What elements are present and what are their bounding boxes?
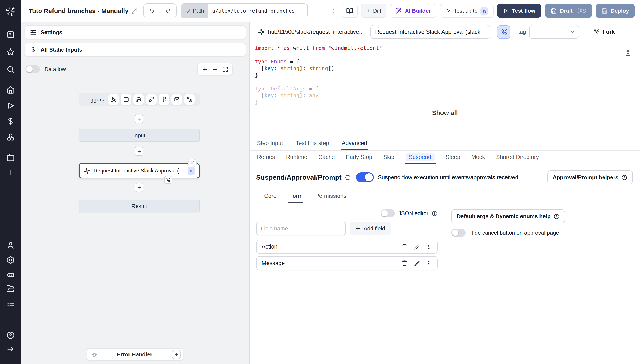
more-menu-button[interactable] [328, 8, 338, 14]
users-icon[interactable] [6, 241, 15, 250]
error-handler-node[interactable]: Error Handler [87, 348, 183, 360]
favorites-icon[interactable] [6, 48, 15, 56]
subtab-runtime[interactable]: Runtime [285, 150, 308, 164]
suspend-toggle[interactable] [356, 172, 374, 182]
suspend-heading: Suspend/Approval/Prompt [256, 174, 342, 181]
code-editor[interactable]: import * as wmill from "windmill-client"… [250, 42, 640, 106]
info-icon[interactable] [432, 210, 438, 216]
add-error-handler-button[interactable] [172, 350, 181, 359]
insert-step-button[interactable] [135, 147, 143, 156]
subtab-cache[interactable]: Cache [317, 150, 336, 164]
delete-field-icon[interactable] [401, 260, 408, 266]
undo-button[interactable] [144, 4, 160, 18]
edit-title-icon[interactable] [131, 8, 137, 14]
drag-handle-icon[interactable] [426, 244, 432, 250]
flow-settings-button[interactable]: Settings [25, 25, 246, 39]
subtab-early-stop[interactable]: Early Stop [345, 150, 373, 164]
schedule-icon[interactable] [121, 94, 131, 105]
info-icon[interactable] [345, 174, 351, 180]
tab-test-this-step[interactable]: Test this step [295, 136, 330, 150]
subtab-retries[interactable]: Retries [256, 150, 276, 164]
collapse-sidebar-icon[interactable] [6, 345, 15, 354]
docs-button[interactable] [342, 4, 358, 18]
subtab-skip[interactable]: Skip [382, 150, 395, 164]
topbar: Tuto Refund branches - Manually Path [21, 0, 640, 22]
ai-builder-button[interactable]: AI Builder [390, 4, 437, 18]
slack-icon [84, 168, 90, 174]
dataflow-toggle[interactable] [25, 65, 40, 73]
subtab-suspend[interactable]: Suspend [404, 150, 436, 164]
insert-step-button[interactable] [135, 183, 143, 192]
input-node[interactable]: Input [79, 129, 200, 142]
delete-field-icon[interactable] [401, 244, 408, 250]
hub-script-path[interactable]: hub/11500/slack/request_interactive... [268, 29, 364, 35]
tag-label: tag [518, 29, 526, 35]
edit-field-icon[interactable] [414, 260, 420, 266]
all-static-inputs-button[interactable]: All Static Inputs [25, 43, 246, 57]
triggers-bar[interactable]: Triggers [79, 93, 200, 106]
deploy-button[interactable]: Deploy [595, 4, 635, 18]
json-editor-toggle[interactable] [380, 209, 395, 217]
subtab-shared-directory[interactable]: Shared Directory [495, 150, 540, 164]
edit-field-icon[interactable] [414, 244, 420, 250]
home-icon[interactable] [6, 86, 15, 94]
diff-button[interactable]: ± Diff [361, 4, 387, 18]
add-field-button[interactable]: Add field [350, 222, 390, 236]
tab-form[interactable]: Form [289, 190, 304, 203]
websocket-icon[interactable] [146, 94, 157, 105]
tab-core[interactable]: Core [263, 190, 278, 203]
search-icon[interactable] [6, 65, 15, 74]
runs-icon[interactable] [6, 102, 15, 110]
tag-select[interactable] [529, 25, 579, 39]
variables-icon[interactable] [6, 117, 15, 126]
add-icon[interactable] [6, 168, 15, 176]
folders-icon[interactable] [6, 284, 15, 293]
wand-sparkles-icon [395, 8, 402, 14]
audit-logs-icon[interactable] [6, 299, 15, 307]
insert-step-button[interactable] [135, 114, 143, 124]
redo-button[interactable] [160, 4, 176, 18]
form-field-row[interactable]: Action [256, 240, 438, 254]
step-summary-input[interactable] [371, 25, 490, 39]
flow-title: Tuto Refund branches - Manually [29, 7, 128, 14]
result-node[interactable]: Result [79, 200, 200, 212]
path-button[interactable]: Path [181, 4, 208, 18]
resources-icon[interactable] [6, 133, 15, 141]
slack-approval-step-node[interactable]: Request Interactive Slack Approval (... … [79, 163, 200, 178]
schedules-icon[interactable] [6, 154, 15, 162]
path-input[interactable] [208, 4, 308, 18]
settings-icon[interactable] [6, 256, 15, 264]
http-route-icon[interactable] [133, 94, 144, 105]
zoom-in-button[interactable] [202, 66, 208, 72]
hide-cancel-toggle[interactable] [451, 229, 466, 237]
zoom-out-button[interactable] [212, 66, 218, 72]
scheduled-poll-icon[interactable] [184, 94, 195, 105]
approval-prompt-helpers-button[interactable]: Approval/Prompt helpers [547, 170, 633, 184]
show-all-button[interactable]: Show all [250, 106, 640, 120]
help-circle-icon [621, 174, 627, 180]
draft-button[interactable]: Draft ⌘S [545, 4, 592, 18]
field-name-input[interactable] [256, 222, 346, 236]
tab-step-input[interactable]: Step Input [256, 136, 284, 150]
delete-step-button[interactable] [188, 158, 197, 168]
kafka-icon[interactable] [159, 94, 169, 105]
test-flow-button[interactable]: Test flow [497, 4, 541, 18]
copy-code-icon[interactable] [625, 50, 631, 57]
windmill-logo[interactable] [5, 6, 16, 16]
suspend-indicator-button[interactable] [497, 25, 511, 39]
default-args-help-button[interactable]: Default args & Dynamic enums help [451, 209, 565, 223]
form-field-row[interactable]: Message [256, 256, 438, 270]
tab-advanced[interactable]: Advanced [341, 136, 368, 150]
email-icon[interactable] [171, 94, 182, 105]
drag-handle-icon[interactable] [426, 260, 432, 266]
fit-view-button[interactable] [222, 66, 228, 72]
workspace-icon[interactable] [6, 30, 15, 39]
test-up-to-button[interactable]: Test up to a [440, 4, 494, 18]
ai-icon[interactable] [6, 270, 15, 278]
webhook-icon[interactable] [108, 94, 119, 105]
help-icon[interactable] [6, 331, 15, 340]
fork-button[interactable]: Fork [594, 29, 615, 35]
subtab-mock[interactable]: Mock [471, 150, 486, 164]
subtab-sleep[interactable]: Sleep [445, 150, 461, 164]
tab-permissions[interactable]: Permissions [315, 190, 347, 203]
